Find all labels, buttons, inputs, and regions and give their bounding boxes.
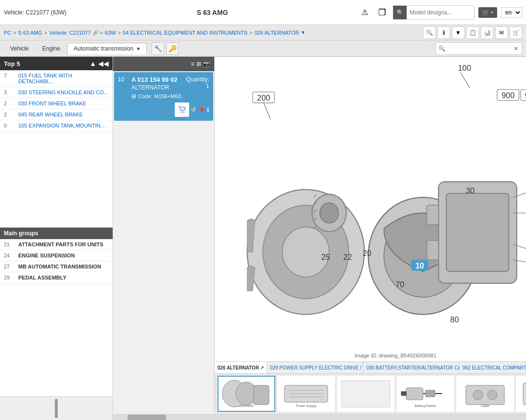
breadcrumb-alternator[interactable]: 026 ALTERNATOR ▼ (255, 30, 306, 36)
sidebar-main-groups-list: 21 ATTACHMENT PARTS FOR UNITS 24 ENGINE … (0, 239, 113, 396)
svg-rect-16 (427, 205, 438, 225)
warning-icon[interactable]: ⚠ (358, 6, 372, 19)
parts-list-header: ≡ ⊞ 📷 (113, 57, 214, 71)
sidebar-collapse-button[interactable]: ▲ (90, 60, 96, 67)
camera-icon[interactable]: 📷 (203, 61, 210, 67)
svg-rect-55 (401, 392, 406, 395)
sidebar-main-groups-header: Main groups (0, 228, 113, 239)
filter-icon[interactable]: ▼ (452, 26, 464, 39)
svg-text:10: 10 (415, 261, 424, 270)
model-search: 🔍 (393, 5, 475, 20)
sidebar: Top 5 ▲ ◀◀ 7 015 FUEL TANK WITH DETACHAB… (0, 57, 113, 420)
sidebar-top5-list: 7 015 FUEL TANK WITH DETACHABL... 3 030 … (0, 70, 113, 228)
breadcrumb: PC > S 63 AMG > Vehicle: C221077 🔗 > 63W… (0, 25, 526, 40)
thumb-tab-030[interactable]: 030 BATTERY,STARTER/ALTERNATOR CABLE ↗ (363, 362, 460, 373)
tab-search-input[interactable] (448, 44, 510, 53)
thumbnail-2[interactable]: Power Supply (277, 376, 335, 412)
breadcrumb-63w[interactable]: 63W (105, 30, 116, 36)
svg-rect-53 (406, 388, 423, 400)
sidebar-item-5[interactable]: 0 165 EXPANSION TANK,MOUNTIN... (0, 120, 113, 131)
search-catalog-icon[interactable]: 🔍 (423, 26, 436, 39)
svg-point-4 (282, 227, 329, 277)
svg-rect-17 (427, 240, 438, 260)
breadcrumb-electrical[interactable]: 54 ELECTRICAL EQUIPMENT AND INSTRUMENTS (123, 30, 247, 36)
model-search-input[interactable] (407, 7, 474, 18)
tab-search-close-button[interactable]: ✕ (510, 43, 522, 54)
parts-list-view-icons: ≡ ⊞ 📷 (191, 61, 210, 67)
wrench-icon[interactable]: 🔧 (152, 42, 164, 55)
sidebar-item-4[interactable]: 2 045 REAR WHEEL BRAKE (0, 109, 113, 120)
svg-text:20: 20 (363, 249, 372, 257)
list-view-icon[interactable]: ≡ (191, 61, 194, 67)
replace-icon[interactable]: ↺ (191, 106, 196, 113)
tab-search-button[interactable]: 🔍 (436, 43, 448, 54)
thumbnail-5[interactable]: Cable (456, 376, 514, 412)
add-to-cart-button[interactable] (175, 102, 189, 117)
thumb-tab-026[interactable]: 026 ALTERNATOR ↗ (215, 362, 267, 373)
thumb-svg-3 (339, 378, 392, 409)
copy-icon[interactable]: ❐ (375, 6, 389, 19)
breadcrumb-s63amg[interactable]: S 63 AMG (18, 30, 42, 36)
grid-view-icon[interactable]: ⊞ (196, 61, 201, 67)
thumb-svg-4: Battery/Starter (399, 378, 452, 409)
pin-icon[interactable]: 📌 (198, 106, 205, 113)
sidebar-main-item-2[interactable]: 24 ENGINE SUSPENSION (0, 250, 113, 261)
sidebar-top5-header: Top 5 ▲ ◀◀ (0, 57, 113, 70)
thumbnail-1[interactable]: Alternator (218, 376, 275, 412)
tab-engine[interactable]: Engine (36, 43, 66, 54)
tab-vehicle[interactable]: Vehicle (4, 43, 35, 54)
svg-text:22: 22 (343, 253, 352, 261)
thumbnail-4[interactable]: Battery/Starter (397, 376, 454, 412)
sidebar-main-item-4[interactable]: 29 PEDAL ASSEMBLY (0, 272, 113, 283)
header-icons: ⚠ ❐ 🔍 🛒 + en de fr (358, 5, 522, 20)
breadcrumb-pc[interactable]: PC (4, 30, 11, 36)
cart-nav-icon[interactable]: 🛒 (510, 26, 522, 39)
key-icon[interactable]: 🔑 (166, 42, 179, 55)
sidebar-item-2[interactable]: 3 030 STEERING KNUCKLE AND CO... (0, 87, 113, 98)
main-content: Top 5 ▲ ◀◀ 7 015 FUEL TANK WITH DETACHAB… (0, 57, 526, 420)
tab-extra-icons: 🔧 🔑 (152, 42, 179, 55)
bottom-scrollbar-thumb[interactable] (128, 415, 166, 420)
thumb-svg-5: Cable (459, 378, 512, 409)
tab-automatic-transmission[interactable]: Automatic transmission ▼ (67, 43, 147, 54)
bottom-scrollbar[interactable] (113, 414, 526, 420)
image-viewer: ✕ (215, 57, 526, 414)
sidebar-main-item-3[interactable]: 27 MB AUTOMATIC TRANSMISSION (0, 261, 113, 272)
sidebar-controls: ▲ ◀◀ (90, 60, 109, 67)
language-select[interactable]: en de fr (501, 7, 522, 18)
thumb-tab-062[interactable]: 062 ELECTRICAL COMPARTMENT IN CO-DRIV...… (460, 362, 526, 373)
breadcrumb-tools: 🔍 ℹ ▼ 📋 📊 ✉ 🛒 (423, 26, 522, 39)
info-item-icon[interactable]: ℹ (207, 106, 209, 113)
thumbnail-6[interactable]: Compartment (516, 376, 526, 412)
diagram-svg: 100 200 900 901 25 22 20 (215, 57, 526, 361)
image-id-label: Image ID: drawing_B54026000081 (355, 353, 436, 358)
content-area: ≡ ⊞ 📷 10 A 013 154 99 02 ALTERNATOR ⊞ (113, 57, 526, 420)
parts-area: ≡ ⊞ 📷 10 A 013 154 99 02 ALTERNATOR ⊞ (113, 57, 526, 414)
svg-point-60 (488, 390, 497, 400)
tab-search-area: 🔍 ✕ (436, 42, 522, 55)
sidebar-item-3[interactable]: 2 030 FRONT WHEEL BRAKE (0, 98, 113, 109)
chart-icon[interactable]: 📊 (481, 26, 493, 39)
sidebar-main-item-1[interactable]: 21 ATTACHMENT PARTS FOR UNITS (0, 239, 113, 250)
svg-point-6 (320, 203, 338, 223)
part-item-10[interactable]: 10 A 013 154 99 02 ALTERNATOR ⊞ Code: M1… (114, 72, 213, 121)
svg-text:200: 200 (257, 93, 270, 102)
diagram-area: ✕ (215, 57, 526, 361)
info-icon[interactable]: ℹ (437, 26, 450, 39)
thumbnail-3[interactable] (337, 376, 395, 412)
sidebar-back-button[interactable]: ◀◀ (98, 60, 109, 67)
mail-icon[interactable]: ✉ (495, 26, 508, 39)
breadcrumb-vehicle[interactable]: Vehicle: C221077 🔗 (49, 30, 98, 36)
thumb-tab-029[interactable]: 029 POWER SUPPLY ELECTRIC DRIVE / HIGH-V… (267, 362, 363, 373)
tabs-bar: Vehicle Engine Automatic transmission ▼ … (0, 40, 526, 57)
svg-rect-58 (466, 385, 504, 405)
thumb-link-icon-1[interactable]: ↗ (260, 365, 264, 370)
sidebar-scrollbar[interactable] (55, 399, 58, 418)
cart-button[interactable]: 🛒 + (478, 7, 497, 18)
svg-line-42 (263, 103, 270, 119)
svg-rect-15 (446, 193, 509, 271)
search-button[interactable]: 🔍 (393, 6, 407, 19)
sidebar-item-1[interactable]: 7 015 FUEL TANK WITH DETACHABL... (0, 70, 113, 87)
clipboard-icon[interactable]: 📋 (466, 26, 479, 39)
svg-text:30: 30 (466, 186, 475, 195)
